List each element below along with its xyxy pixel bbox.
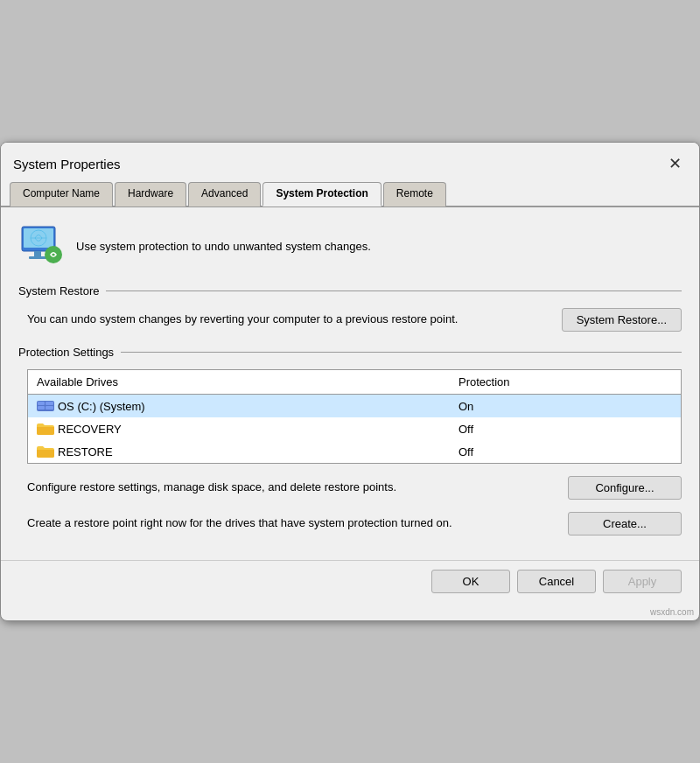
computer-icon [18,223,64,269]
configure-row: Configure restore settings, manage disk … [27,476,682,500]
main-content: Use system protection to undo unwanted s… [1,207,699,560]
table-row[interactable]: RESTORE Off [28,440,682,464]
info-section: Use system protection to undo unwanted s… [18,223,682,269]
dialog-title: System Properties [13,157,121,172]
svg-rect-11 [46,406,53,410]
protection-settings-label-row: Protection Settings [18,346,682,359]
apply-button[interactable]: Apply [603,570,682,593]
cancel-button[interactable]: Cancel [517,570,596,593]
system-restore-button[interactable]: System Restore... [562,308,682,332]
drive-cell-1: OS (C:) (System) [28,395,450,418]
system-restore-row: You can undo system changes by reverting… [27,308,682,332]
svg-rect-10 [46,402,53,405]
table-row[interactable]: OS (C:) (System) On [28,395,682,418]
svg-rect-5 [29,256,46,259]
title-bar: System Properties ✕ [1,143,699,176]
svg-rect-8 [38,402,45,405]
folder-icon [37,444,54,458]
create-description: Create a restore point right now for the… [27,515,550,531]
tab-hardware[interactable]: Hardware [115,182,186,206]
system-restore-content: You can undo system changes by reverting… [18,308,682,332]
protection-settings-content: Available Drives Protection [18,369,682,536]
protection-settings-label: Protection Settings [18,346,114,359]
info-description: Use system protection to undo unwanted s… [76,240,371,253]
hdd-icon [37,399,54,413]
system-restore-section: System Restore You can undo system chang… [18,284,682,332]
create-row: Create a restore point right now for the… [27,512,682,536]
svg-point-6 [45,246,62,263]
table-header-row: Available Drives Protection [28,370,682,395]
svg-rect-9 [38,406,45,410]
system-restore-label: System Restore [18,284,99,298]
protection-settings-section: Protection Settings Available Drives Pro… [18,346,682,536]
system-restore-label-row: System Restore [18,284,682,298]
table-row[interactable]: RECOVERY Off [28,417,682,440]
close-button[interactable]: ✕ [662,151,687,176]
folder-icon [37,422,54,436]
protection-cell-2: Off [450,417,682,440]
system-properties-dialog: System Properties ✕ Computer Name Hardwa… [0,142,700,621]
tab-remote[interactable]: Remote [383,182,446,206]
tab-computer-name[interactable]: Computer Name [10,182,113,206]
footer-buttons: OK Cancel Apply [1,560,699,606]
watermark: wsxdn.com [1,606,699,620]
system-restore-divider [106,290,682,291]
tabs-container: Computer Name Hardware Advanced System P… [1,176,699,207]
protection-settings-divider [121,352,682,353]
tab-system-protection[interactable]: System Protection [262,182,381,206]
create-button[interactable]: Create... [568,512,682,536]
svg-rect-4 [34,251,41,257]
configure-button[interactable]: Configure... [568,476,682,500]
drive-cell-2: RECOVERY [28,417,450,440]
col-protection: Protection [450,370,682,395]
drives-table: Available Drives Protection [27,369,682,464]
drive-cell-3: RESTORE [28,440,450,464]
col-drives: Available Drives [28,370,450,395]
tab-advanced[interactable]: Advanced [188,182,261,206]
configure-description: Configure restore settings, manage disk … [27,480,550,495]
system-restore-description: You can undo system changes by reverting… [27,312,544,327]
protection-cell-1: On [450,395,682,418]
ok-button[interactable]: OK [431,570,510,593]
protection-cell-3: Off [450,440,682,464]
